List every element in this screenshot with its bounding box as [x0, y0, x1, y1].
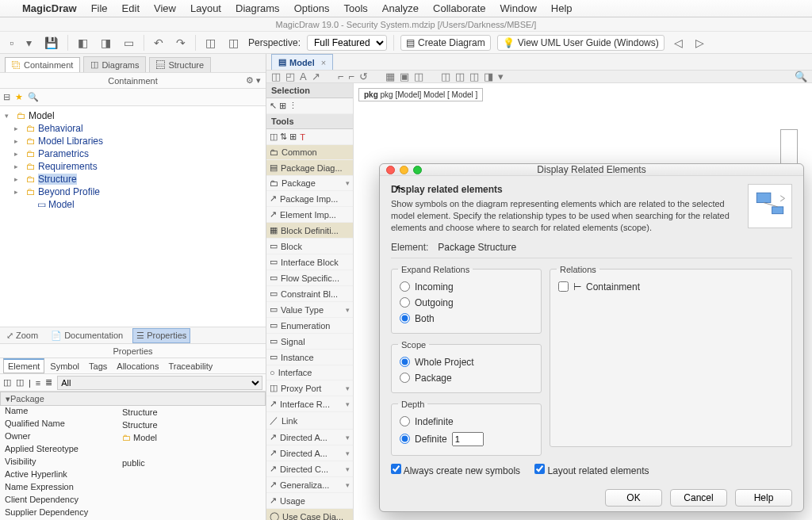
prop-tab-traceability[interactable]: Traceability: [165, 360, 217, 373]
tab-documentation[interactable]: 📄Documentation: [48, 329, 126, 342]
palette-item[interactable]: ◫Proxy Port▾: [266, 380, 353, 396]
tree-node[interactable]: Beyond Profile: [38, 186, 100, 197]
radio-outgoing[interactable]: Outgoing: [398, 295, 534, 311]
prop-value[interactable]: [119, 444, 266, 457]
close-icon[interactable]: ×: [318, 58, 326, 67]
palette-item[interactable]: ▭Value Type▾: [266, 302, 353, 318]
menu-edit[interactable]: Edit: [122, 2, 140, 14]
tool-icon[interactable]: ↗: [312, 71, 320, 82]
prop-filter-select[interactable]: All: [57, 376, 262, 390]
tab-structure[interactable]: ⿳Structure: [149, 57, 211, 72]
expand-icon[interactable]: ▸: [14, 175, 24, 183]
diagram-block[interactable]: [780, 129, 798, 166]
tool-icon[interactable]: ↺: [359, 71, 368, 82]
menu-file[interactable]: File: [91, 2, 108, 14]
tool-icon[interactable]: ◨: [484, 71, 493, 82]
palette-item[interactable]: ↗Usage: [266, 493, 353, 509]
tool-icon[interactable]: ◨: [98, 35, 114, 51]
search-icon[interactable]: 🔍: [795, 71, 807, 82]
palette-item[interactable]: ／Link: [266, 412, 353, 430]
palette-item[interactable]: ↗Interface R...▾: [266, 396, 353, 412]
tree-node[interactable]: Requirements: [38, 161, 98, 172]
prop-tab-allocations[interactable]: Allocations: [113, 360, 163, 373]
minimize-window-icon[interactable]: [400, 166, 408, 174]
palette-item[interactable]: 🗀Package▾: [266, 176, 353, 191]
tool-icon[interactable]: ◧: [75, 35, 91, 51]
tool-icon[interactable]: ◫: [469, 71, 479, 82]
palette-item[interactable]: ▭Constraint Bl...: [266, 286, 353, 302]
new-icon[interactable]: ▫: [6, 35, 17, 51]
tool-icon[interactable]: ◫: [271, 71, 281, 82]
tree-node[interactable]: Model Libraries: [38, 136, 103, 147]
app-name[interactable]: MagicDraw: [22, 2, 77, 14]
tree-node[interactable]: Parametrics: [38, 148, 89, 159]
save-icon[interactable]: 💾: [41, 35, 61, 51]
star-icon[interactable]: ★: [15, 92, 23, 102]
checkbox-always-create[interactable]: Always create new symbols: [391, 464, 520, 476]
tool-icon[interactable]: ◫: [441, 71, 450, 82]
prop-icon[interactable]: ◫: [16, 377, 24, 388]
tab-containment[interactable]: ⿻Containment: [5, 57, 80, 72]
menu-analyze[interactable]: Analyze: [382, 2, 419, 14]
palette-item[interactable]: ↗Directed A...▾: [266, 430, 353, 445]
expand-icon[interactable]: ▸: [14, 150, 24, 158]
tree-node[interactable]: Model: [48, 199, 75, 210]
tab-properties[interactable]: ☰Properties: [132, 328, 190, 343]
prop-value[interactable]: [119, 507, 266, 520]
ok-button[interactable]: OK: [605, 489, 662, 507]
menu-diagrams[interactable]: Diagrams: [236, 2, 280, 14]
gear-icon[interactable]: ⚙ ▾: [246, 75, 261, 86]
radio-whole-project[interactable]: Whole Project: [398, 354, 534, 370]
palette-item[interactable]: ↗Directed C...▾: [266, 461, 353, 477]
tree-node-structure[interactable]: Structure: [38, 174, 77, 185]
zoom-window-icon[interactable]: [413, 166, 422, 174]
help-button[interactable]: Help: [735, 489, 792, 507]
checkbox-layout-related[interactable]: Layout related elements: [534, 464, 649, 476]
prop-value[interactable]: [119, 482, 266, 495]
tool-icon[interactable]: ⌐: [348, 71, 354, 82]
view-guide-button[interactable]: 💡View UML User Guide (Windows): [497, 35, 665, 51]
radio-indefinite[interactable]: Indefinite: [398, 414, 534, 430]
palette-item[interactable]: ▭Flow Specific...: [266, 270, 353, 286]
undo-icon[interactable]: ↶: [151, 35, 167, 51]
palette-item[interactable]: ▭Signal: [266, 334, 353, 350]
prop-tab-element[interactable]: Element: [3, 358, 44, 373]
search-icon[interactable]: 🔍: [28, 92, 39, 102]
perspective-select[interactable]: Full Featured: [307, 35, 387, 51]
close-window-icon[interactable]: [386, 166, 395, 174]
palette-item[interactable]: ▤Package Diag...: [266, 160, 353, 176]
prop-value[interactable]: 🗀Model: [119, 431, 266, 444]
tool-icon[interactable]: ◫: [202, 35, 219, 51]
menu-collaborate[interactable]: Collaborate: [433, 2, 486, 14]
containment-tree[interactable]: ▾🗀Model ▸🗀Behavioral ▸🗀Model Libraries ▸…: [0, 106, 266, 327]
menu-window[interactable]: Window: [500, 2, 537, 14]
palette-item[interactable]: ▭Interface Block: [266, 254, 353, 270]
prop-icon[interactable]: ◫: [3, 377, 11, 388]
expand-icon[interactable]: ▸: [14, 162, 24, 170]
menu-options[interactable]: Options: [294, 2, 330, 14]
prop-group-header[interactable]: ▾ Package: [0, 392, 266, 406]
palette-item[interactable]: ↗Generaliza...▾: [266, 477, 353, 493]
expand-icon[interactable]: ▸: [14, 124, 24, 132]
tool-icon[interactable]: ◰: [285, 71, 295, 82]
palette-item[interactable]: ○Interface: [266, 365, 353, 380]
dialog-titlebar[interactable]: Display Related Elements: [380, 164, 803, 176]
checkbox-containment[interactable]: ⊢ Containment: [557, 279, 785, 295]
expand-icon[interactable]: ▸: [14, 188, 24, 196]
create-diagram-button[interactable]: ▤Create Diagram: [400, 35, 491, 51]
palette-item[interactable]: ◯Use Case Dia...: [266, 509, 353, 520]
tool-icon[interactable]: ⌐: [338, 71, 344, 82]
prop-icon[interactable]: ≡: [36, 378, 40, 388]
cancel-button[interactable]: Cancel: [670, 489, 727, 507]
prop-value[interactable]: public: [119, 457, 266, 469]
palette-common-header[interactable]: 🗀Common: [266, 145, 353, 160]
menu-layout[interactable]: Layout: [190, 2, 221, 14]
prop-icon[interactable]: ≣: [45, 377, 52, 388]
tree-node-model[interactable]: Model: [29, 110, 55, 121]
prop-value[interactable]: Structure: [119, 419, 266, 431]
tab-zoom[interactable]: ⤢Zoom: [3, 329, 41, 342]
tool-icon[interactable]: ▣: [400, 71, 409, 82]
prop-value[interactable]: [119, 469, 266, 482]
prop-value[interactable]: [119, 495, 266, 507]
nav-back-icon[interactable]: ◁: [671, 35, 686, 51]
